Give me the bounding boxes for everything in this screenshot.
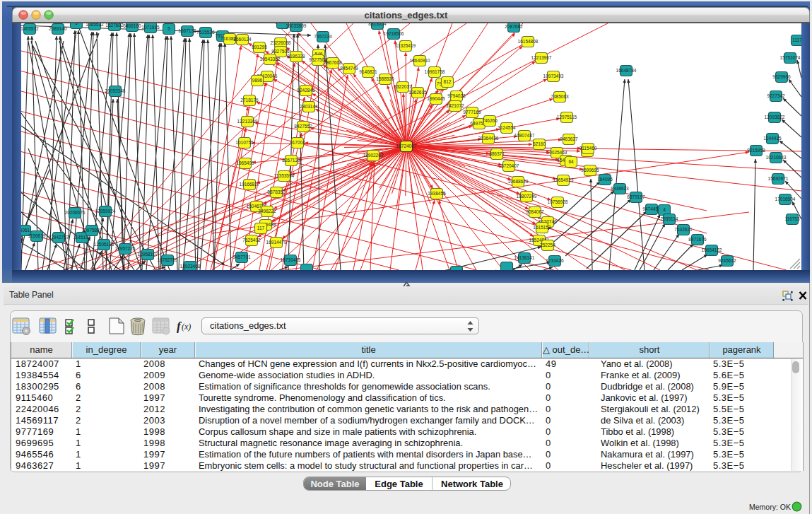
svg-text:15720407: 15720407 bbox=[499, 163, 519, 168]
svg-text:15751074: 15751074 bbox=[780, 55, 801, 60]
svg-text:1667135: 1667135 bbox=[178, 28, 196, 33]
svg-text:19654923: 19654923 bbox=[553, 177, 574, 182]
svg-text:17957225: 17957225 bbox=[115, 246, 136, 251]
svg-text:886371: 886371 bbox=[489, 151, 505, 156]
svg-text:891295: 891295 bbox=[252, 45, 267, 49]
svg-text:1071915: 1071915 bbox=[141, 25, 160, 30]
svg-text:9699695: 9699695 bbox=[581, 168, 599, 173]
svg-text:1405572: 1405572 bbox=[21, 26, 39, 31]
svg-text:1990443: 1990443 bbox=[427, 96, 445, 101]
svg-text:2935114: 2935114 bbox=[661, 216, 678, 221]
svg-text:3498222: 3498222 bbox=[258, 209, 276, 214]
svg-text:4: 4 bbox=[663, 207, 666, 212]
svg-text:7357224: 7357224 bbox=[314, 34, 332, 39]
svg-text:17016504: 17016504 bbox=[775, 197, 796, 201]
svg-text:5: 5 bbox=[167, 26, 170, 31]
svg-text:23226058: 23226058 bbox=[271, 40, 291, 45]
svg-text:19218506: 19218506 bbox=[384, 31, 404, 36]
svg-text:8267130: 8267130 bbox=[282, 158, 300, 163]
svg-text:1965499: 1965499 bbox=[236, 160, 254, 165]
svg-text:6466160: 6466160 bbox=[123, 23, 141, 28]
svg-text:9329966: 9329966 bbox=[772, 74, 791, 79]
svg-text:10756928: 10756928 bbox=[548, 199, 568, 204]
svg-text:16648784: 16648784 bbox=[616, 68, 637, 73]
svg-text:11325419: 11325419 bbox=[396, 43, 416, 48]
svg-text:1615152: 1615152 bbox=[533, 225, 551, 230]
svg-text:10807487: 10807487 bbox=[514, 133, 535, 138]
svg-text:12213369: 12213369 bbox=[237, 119, 258, 124]
svg-text:1244415: 1244415 bbox=[763, 136, 782, 141]
svg-text:14136141: 14136141 bbox=[514, 255, 535, 260]
svg-text:8471676: 8471676 bbox=[688, 237, 707, 242]
svg-text:1421072: 1421072 bbox=[446, 103, 464, 108]
svg-text:9777169: 9777169 bbox=[463, 110, 481, 115]
svg-text:20206576: 20206576 bbox=[65, 210, 86, 215]
svg-text:9896: 9896 bbox=[252, 78, 263, 83]
svg-text:1362615: 1362615 bbox=[408, 90, 427, 95]
svg-text:18724007: 18724007 bbox=[396, 144, 417, 148]
svg-text:12093822: 12093822 bbox=[765, 115, 785, 119]
svg-text:1065532: 1065532 bbox=[86, 23, 104, 27]
svg-text:1117: 1117 bbox=[792, 37, 801, 42]
svg-text:7625402: 7625402 bbox=[242, 238, 261, 243]
svg-text:9227342: 9227342 bbox=[767, 93, 785, 98]
svg-text:10688629: 10688629 bbox=[508, 179, 529, 184]
svg-text:1588520: 1588520 bbox=[376, 76, 394, 81]
svg-text:2089140: 2089140 bbox=[49, 26, 67, 31]
svg-text:1733426: 1733426 bbox=[546, 258, 564, 263]
svg-text:18902203: 18902203 bbox=[363, 153, 384, 158]
svg-text:16914479: 16914479 bbox=[266, 240, 287, 245]
svg-text:117: 117 bbox=[257, 226, 265, 230]
svg-text:2087682: 2087682 bbox=[505, 24, 523, 29]
svg-text:15692971: 15692971 bbox=[768, 176, 789, 181]
svg-text:9084067: 9084067 bbox=[526, 209, 544, 214]
svg-text:20053346: 20053346 bbox=[105, 88, 126, 93]
svg-text:1527602: 1527602 bbox=[105, 23, 124, 28]
svg-text:1156819: 1156819 bbox=[28, 233, 46, 238]
svg-text:8660124: 8660124 bbox=[233, 37, 252, 42]
svg-text:12213967: 12213967 bbox=[531, 55, 552, 60]
svg-text:116753: 116753 bbox=[784, 216, 800, 221]
svg-text:7515526: 7515526 bbox=[196, 30, 215, 35]
svg-text:8427552: 8427552 bbox=[294, 124, 312, 129]
svg-text:7632621: 7632621 bbox=[674, 227, 693, 232]
svg-text:9457791: 9457791 bbox=[233, 255, 251, 259]
svg-text:6879197: 6879197 bbox=[627, 194, 645, 199]
svg-text:15716485: 15716485 bbox=[281, 257, 301, 262]
svg-text:252254: 252254 bbox=[540, 243, 555, 247]
svg-text:12975115: 12975115 bbox=[557, 115, 577, 119]
svg-text:5061: 5061 bbox=[21, 228, 30, 233]
svg-text:10958107: 10958107 bbox=[138, 252, 158, 257]
svg-text:8454749: 8454749 bbox=[340, 66, 358, 71]
svg-text:746266: 746266 bbox=[482, 118, 498, 123]
svg-text:64: 64 bbox=[568, 159, 574, 164]
svg-text:16033809: 16033809 bbox=[286, 23, 307, 28]
svg-text:(x): (x) bbox=[182, 322, 191, 332]
svg-text:18640910: 18640910 bbox=[410, 58, 430, 63]
svg-text:7485063: 7485063 bbox=[551, 94, 569, 99]
svg-text:12923468: 12923468 bbox=[180, 264, 201, 269]
svg-text:9146821: 9146821 bbox=[359, 69, 377, 74]
svg-text:12505135: 12505135 bbox=[94, 242, 114, 247]
svg-text:20364436: 20364436 bbox=[478, 136, 499, 141]
svg-text:10210643: 10210643 bbox=[766, 155, 787, 160]
svg-text:164095: 164095 bbox=[597, 177, 613, 182]
svg-text:9463627: 9463627 bbox=[560, 136, 578, 141]
svg-text:1938455: 1938455 bbox=[428, 191, 446, 196]
svg-text:10975887: 10975887 bbox=[82, 228, 102, 233]
svg-text:17859924: 17859924 bbox=[95, 209, 116, 214]
svg-text:9327506: 9327506 bbox=[271, 49, 290, 54]
svg-text:16782759: 16782759 bbox=[158, 257, 178, 262]
svg-text:10961758: 10961758 bbox=[425, 69, 445, 74]
svg-text:8186328: 8186328 bbox=[287, 54, 305, 59]
svg-text:8215958: 8215958 bbox=[747, 148, 765, 153]
svg-text:8878352: 8878352 bbox=[267, 189, 286, 194]
svg-text:9242848: 9242848 bbox=[297, 88, 315, 93]
svg-text:19166827: 19166827 bbox=[240, 182, 260, 187]
svg-text:3124554: 3124554 bbox=[498, 125, 516, 130]
svg-text:812: 812 bbox=[444, 79, 452, 84]
svg-text:2718176: 2718176 bbox=[240, 98, 259, 103]
svg-text:1010755: 1010755 bbox=[235, 140, 254, 145]
svg-text:9245612: 9245612 bbox=[718, 258, 736, 263]
svg-text:10025463: 10025463 bbox=[547, 150, 567, 155]
